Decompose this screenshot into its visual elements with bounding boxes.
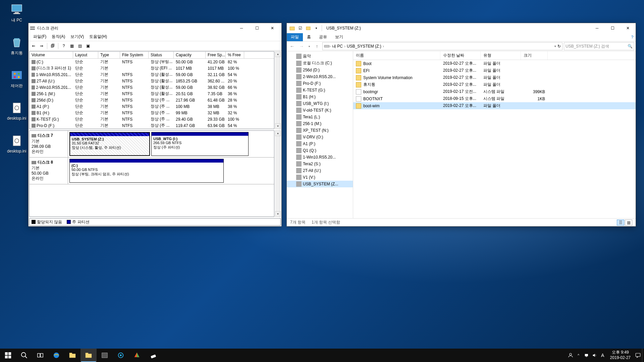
- nav-item[interactable]: 음악: [287, 53, 353, 60]
- scroll-down-button[interactable]: ▼: [275, 123, 281, 129]
- titlebar[interactable]: ☑ ▼ USB_SYSTEM (Z:) ─ ☐ ✕: [287, 23, 636, 33]
- forward-button[interactable]: →: [298, 42, 306, 50]
- search-input[interactable]: USB_SYSTEM (Z:) 검색 🔍: [564, 42, 634, 50]
- desktop-icon-ini[interactable]: desktop.ini: [4, 134, 30, 154]
- close-button[interactable]: ✕: [620, 23, 636, 33]
- scroll-up-button[interactable]: ▲: [275, 51, 281, 57]
- layout-button[interactable]: ▤: [76, 42, 84, 50]
- ime-indicator[interactable]: A: [599, 349, 607, 362]
- volume-row[interactable]: 1-Win10.RS5.201...단순기본NTFS정상 (활성...59.00…: [30, 71, 274, 78]
- disk-info[interactable]: 디스크 7기본298.09 GB온라인: [30, 131, 68, 157]
- volume-row[interactable]: A1 (P:)단순기본NTFS정상 (주 ...100 MB38 MB38 %: [30, 103, 274, 110]
- recent-dropdown-icon[interactable]: ▾: [307, 42, 312, 50]
- nav-item[interactable]: 2-Win10.RS5.20...: [287, 73, 353, 80]
- titlebar[interactable]: 디스크 관리 ─ ☐ ✕: [29, 23, 281, 33]
- volume-row[interactable]: Q1 (Q:)단순기본NTFS정상 (활성...476.94 GB45.79 G…: [30, 129, 274, 129]
- column-header[interactable]: % Free: [226, 52, 244, 58]
- back-button[interactable]: ←: [288, 42, 296, 50]
- navigation-pane[interactable]: 음악로컬 디스크 (C:)256d (D:)2-Win10.RS5.20...P…: [287, 51, 353, 218]
- scrollbar[interactable]: ▲ ▼: [275, 130, 281, 217]
- file-row[interactable]: bootmgr2019-02-17 오전...시스템 파일399KB: [353, 88, 636, 95]
- address-bar[interactable]: › 내 PC › USB_SYSTEM (Z:) › ▾ ↻: [322, 42, 562, 50]
- task-view-button[interactable]: [32, 349, 48, 362]
- action-center-icon[interactable]: [634, 349, 642, 362]
- new-folder-icon[interactable]: [305, 24, 312, 32]
- column-header[interactable]: Type: [98, 52, 120, 58]
- nav-item[interactable]: K-TEST (G:): [287, 87, 353, 94]
- taskbar-ie[interactable]: [48, 349, 64, 362]
- nav-item[interactable]: 로컬 디스크 (C:): [287, 60, 353, 67]
- volume-list[interactable]: VolumeLayoutTypeFile SystemStatusCapacit…: [29, 51, 274, 129]
- taskbar-explorer-pinned[interactable]: [64, 349, 80, 362]
- partition[interactable]: (C:)50.00 GB NTFS정상 (부팅, 크래시 덤프, 주 파티션): [69, 159, 224, 183]
- tab-home[interactable]: 홈: [303, 33, 315, 41]
- menu-item[interactable]: 동작(A): [49, 33, 68, 41]
- file-row[interactable]: BOOTNXT2018-09-15 오후...시스템 파일1KB: [353, 95, 636, 102]
- nav-item[interactable]: XP_TEST (N:): [287, 127, 353, 134]
- forward-button[interactable]: ⇒: [38, 42, 45, 50]
- column-header[interactable]: 이름: [353, 51, 440, 60]
- file-list[interactable]: 이름수정한 날짜유형크기Boot2019-02-27 오후...파일 폴더EFI…: [353, 51, 636, 218]
- refresh-icon[interactable]: ↻: [557, 44, 561, 49]
- file-row[interactable]: EFI2019-02-27 오후...파일 폴더: [353, 67, 636, 74]
- column-header[interactable]: Free Sp...: [206, 52, 226, 58]
- back-button[interactable]: ⇐: [30, 42, 37, 50]
- desktop-icon-control[interactable]: 제어판: [4, 68, 30, 89]
- start-button[interactable]: [0, 349, 16, 362]
- menu-item[interactable]: 보기(V): [68, 33, 87, 41]
- nav-item[interactable]: 1-Win10.RS5.20...: [287, 154, 353, 161]
- nav-item[interactable]: USB_WTG (I:): [287, 100, 353, 107]
- taskbar-app-1[interactable]: [97, 349, 113, 362]
- desktop-icon-pc[interactable]: 내 PC: [4, 3, 30, 23]
- nav-item[interactable]: V1 (V:): [287, 174, 353, 181]
- view-button[interactable]: ▦: [68, 42, 75, 50]
- column-header[interactable]: Status: [149, 52, 174, 58]
- tab-view[interactable]: 보기: [331, 33, 347, 41]
- maximize-button[interactable]: ☐: [605, 23, 620, 33]
- settings-button[interactable]: ▣: [84, 42, 92, 50]
- volume-row[interactable]: B1 (H:)단순기본NTFS정상 (주 ...99 MB32 MB32 %: [30, 110, 274, 116]
- scroll-down-button[interactable]: ▼: [275, 211, 281, 217]
- network-icon[interactable]: [583, 349, 591, 362]
- minimize-button[interactable]: ─: [589, 23, 605, 33]
- volume-row[interactable]: (C:)단순기본NTFS정상 (부팅...50.00 GB41.20 GB82 …: [30, 59, 274, 65]
- partition[interactable]: USB_SYSTEM (Z:)31.50 GB FAT32정상 (시스템, 활성…: [69, 132, 150, 156]
- nav-item[interactable]: A1 (P:): [287, 140, 353, 147]
- people-icon[interactable]: [567, 349, 575, 362]
- nav-item[interactable]: B1 (H:): [287, 94, 353, 100]
- nav-item[interactable]: Tera2 (S:): [287, 161, 353, 167]
- column-header[interactable]: Capacity: [174, 52, 206, 58]
- nav-item[interactable]: 256-1 (M:): [287, 120, 353, 127]
- menu-item[interactable]: 파일(F): [31, 33, 49, 41]
- up-button[interactable]: ↑: [313, 42, 321, 50]
- tab-file[interactable]: 파일: [287, 33, 303, 41]
- column-header[interactable]: File System: [120, 52, 149, 58]
- disk-info[interactable]: 디스크 8기본50.00 GB온라인: [30, 158, 68, 184]
- column-header[interactable]: Layout: [73, 52, 98, 58]
- nav-item[interactable]: 2T-All (U:): [287, 167, 353, 174]
- taskbar-app-3[interactable]: [129, 349, 145, 362]
- refresh-button[interactable]: 🗐: [49, 42, 56, 50]
- menu-item[interactable]: 도움말(H): [87, 33, 110, 41]
- file-row[interactable]: System Volume Information2019-02-27 오후..…: [353, 74, 636, 81]
- taskbar-app-2[interactable]: [113, 349, 129, 362]
- column-header[interactable]: 크기: [521, 51, 548, 60]
- volume-row[interactable]: Pro-D (F:)단순기본NTFS정상 (주 ...119.47 GB63.9…: [30, 122, 274, 129]
- breadcrumb-item[interactable]: USB_SYSTEM (Z:): [345, 44, 383, 49]
- icons-view-button[interactable]: ▦: [625, 220, 632, 226]
- clock[interactable]: 오후 9:49 2019-02-27: [607, 350, 634, 360]
- column-header[interactable]: 수정한 날짜: [440, 51, 481, 60]
- column-header[interactable]: 유형: [481, 51, 521, 60]
- maximize-button[interactable]: ☐: [249, 23, 265, 33]
- desktop-icon-recycle[interactable]: 휴지통: [4, 36, 30, 56]
- volume-row[interactable]: 256d (D:)단순기본NTFS정상 (주 ...217.96 GB61.48…: [30, 97, 274, 103]
- details-view-button[interactable]: ☰: [617, 220, 624, 226]
- volume-row[interactable]: K-TEST (G:)단순기본NTFS정상 (주 ...29.40 GB29.3…: [30, 116, 274, 122]
- nav-item[interactable]: Pro-D (F:): [287, 80, 353, 87]
- dropdown-icon[interactable]: ▾: [554, 45, 556, 48]
- file-row[interactable]: 휴지통2019-02-27 오후...파일 폴더: [353, 81, 636, 88]
- nav-item[interactable]: V-old-TEST (K:): [287, 107, 353, 114]
- tray-overflow-icon[interactable]: ^: [575, 349, 583, 362]
- file-row[interactable]: boot-wim2019-02-27 오후...파일 폴더: [353, 102, 636, 109]
- scrollbar[interactable]: ▲ ▼: [275, 51, 281, 129]
